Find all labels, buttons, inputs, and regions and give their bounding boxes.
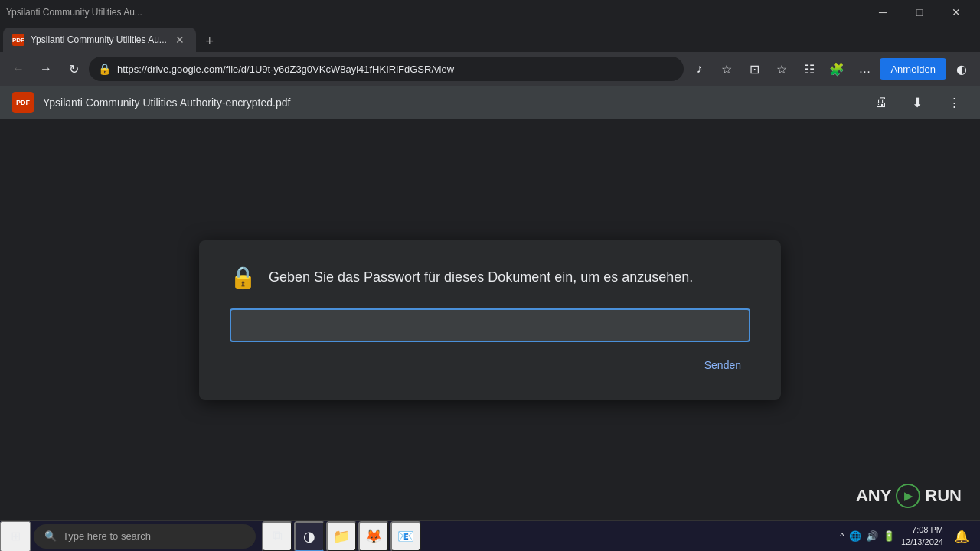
favorites-button[interactable]: ☆ [769,57,794,81]
taskbar-search[interactable]: 🔍 Type here to search [34,524,256,549]
pdf-file-icon: PDF [12,92,34,113]
pdf-title: Ypsilanti Community Utilities Authority-… [43,96,858,109]
pdf-toolbar: PDF Ypsilanti Community Utilities Author… [0,86,980,119]
title-bar-left: Ypsilanti Community Utilities Au... [6,7,142,18]
title-bar: Ypsilanti Community Utilities Au... ─ □ … [0,0,980,24]
tab-bar: PDF Ypsilanti Community Utilities Au... … [0,24,980,52]
time-text: 7:08 PM [901,524,943,536]
window-title: Ypsilanti Community Utilities Au... [6,7,142,18]
settings-button[interactable]: … [852,57,877,81]
add-favorites-button[interactable]: ☆ [714,57,739,81]
maximize-button[interactable]: □ [902,0,937,24]
firefox-button[interactable]: 🦊 [358,521,389,552]
taskbar-clock[interactable]: 7:08 PM 12/13/2024 [901,524,943,548]
anyrun-text2: RUN [925,486,962,506]
forward-button[interactable]: → [34,57,58,81]
password-dialog: 🔒 Geben Sie das Passwort für dieses Doku… [199,240,781,400]
taskbar-app-icons: ⧉ ◑ 📁 🦊 📧 [262,521,421,552]
search-icon: 🔍 [44,530,57,542]
search-placeholder: Type here to search [63,530,151,542]
lock-icon: 🔒 [98,63,111,75]
back-button[interactable]: ← [6,57,31,81]
read-aloud-button[interactable]: ♪ [687,57,711,81]
more-options-button[interactable]: ⋮ [940,89,968,116]
password-input[interactable] [230,308,750,342]
anyrun-text: ANY [856,486,891,506]
dialog-header: 🔒 Geben Sie das Passwort für dieses Doku… [230,265,750,290]
dialog-footer: Senden [230,354,750,376]
tray-battery-icon: 🔋 [883,530,895,542]
date-text: 12/13/2024 [901,536,943,548]
task-view-button[interactable]: ⧉ [262,521,292,552]
files-button[interactable]: 📁 [326,521,357,552]
taskbar-right: ^ 🌐 🔊 🔋 7:08 PM 12/13/2024 🔔 [840,524,980,549]
main-content: 🔒 Geben Sie das Passwort für dieses Doku… [0,119,980,520]
dialog-lock-icon: 🔒 [230,265,256,290]
tray-expand-icon[interactable]: ^ [840,530,844,542]
taskbar: ⊞ 🔍 Type here to search ⧉ ◑ 📁 🦊 📧 ^ 🌐 🔊 … [0,520,980,551]
tab-title: Ypsilanti Community Utilities Au... [31,34,167,45]
anmelden-button[interactable]: Anmelden [880,58,946,80]
anyrun-watermark: ANY ▶ RUN [856,484,962,508]
notification-button[interactable]: 🔔 [949,524,974,549]
split-screen-button[interactable]: ⊡ [742,57,766,81]
url-text: https://drive.google.com/file/d/1U9t-y6d… [117,64,675,75]
start-button[interactable]: ⊞ [0,521,31,552]
address-bar-row: ← → ↻ 🔒 https://drive.google.com/file/d/… [0,52,980,86]
download-button[interactable]: ⬇ [903,89,931,116]
tray-volume-icon: 🔊 [866,530,878,542]
system-tray-icons: ^ 🌐 🔊 🔋 [840,530,895,542]
close-button[interactable]: ✕ [939,0,974,24]
active-tab[interactable]: PDF Ypsilanti Community Utilities Au... … [3,28,196,52]
extensions-button[interactable]: 🧩 [825,57,849,81]
collections-button[interactable]: ☷ [797,57,822,81]
address-bar[interactable]: 🔒 https://drive.google.com/file/d/1U9t-y… [89,57,684,81]
copilot-button[interactable]: ◐ [949,57,974,81]
edge-button[interactable]: ◑ [294,521,325,552]
title-bar-controls: ─ □ ✕ [865,0,974,24]
tab-close-button[interactable]: ✕ [173,33,187,47]
new-tab-button[interactable]: + [199,31,220,52]
anyrun-play-icon: ▶ [896,484,920,508]
tray-network-icon: 🌐 [849,530,861,542]
dialog-message: Geben Sie das Passwort für dieses Dokume… [269,269,693,285]
outlook-button[interactable]: 📧 [390,521,421,552]
reload-button[interactable]: ↻ [61,57,86,81]
tab-favicon: PDF [12,34,24,46]
senden-button[interactable]: Senden [695,354,750,376]
minimize-button[interactable]: ─ [865,0,900,24]
print-button[interactable]: 🖨 [867,89,894,116]
